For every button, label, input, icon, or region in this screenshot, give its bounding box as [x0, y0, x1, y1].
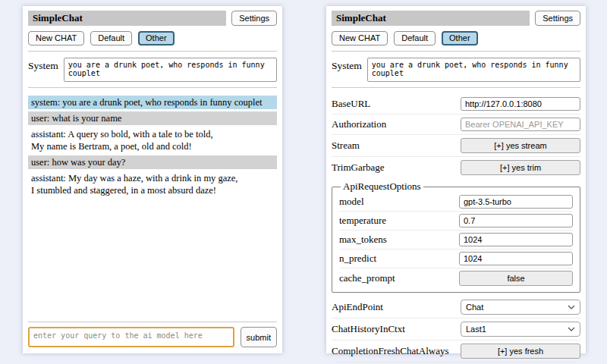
new-chat-button[interactable]: New CHAT [28, 31, 84, 46]
setting-row-n-predict: n_predict [339, 249, 573, 268]
settings-button[interactable]: Settings [231, 11, 277, 26]
model-input[interactable] [459, 195, 573, 209]
setting-label-stream: Stream [332, 140, 360, 152]
chat-message-user: user: how was your day? [28, 155, 277, 169]
setting-label-completion-fresh: CompletionFreshChatAlways [332, 345, 449, 357]
setting-row-trimgarbage: TrimGarbage [+] yes trim [332, 157, 580, 178]
setting-row-stream: Stream [+] yes stream [332, 135, 580, 157]
divider [332, 51, 580, 52]
system-prompt-row: System you are a drunk poet, who respond… [28, 58, 277, 82]
setting-label-chat-history: ChatHistoryInCtxt [332, 323, 405, 335]
divider [332, 87, 580, 88]
session-tab-other[interactable]: Other [442, 31, 478, 46]
settings-form: BaseURL Authorization Stream [+] yes str… [332, 94, 580, 364]
setting-label-max-tokens: max_tokens [339, 234, 387, 246]
chat-message-system: system: you are a drunk poet, who respon… [28, 96, 277, 109]
setting-label-n-predict: n_predict [339, 253, 376, 265]
session-tab-default[interactable]: Default [394, 31, 436, 46]
cache-prompt-toggle-button[interactable]: false [459, 271, 573, 286]
chat-message-user: user: what is your name [28, 111, 277, 125]
app-title: SimpleChat [332, 11, 530, 26]
header: SimpleChat Settings [28, 11, 277, 26]
system-prompt-label: System [28, 58, 58, 72]
query-row: submit [28, 327, 277, 347]
header: SimpleChat Settings [332, 11, 580, 26]
setting-row-temperature: temperature [339, 212, 573, 231]
chat-history-select[interactable]: Last1 [461, 322, 580, 337]
max-tokens-input[interactable] [459, 233, 573, 246]
setting-row-baseurl: BaseURL [332, 94, 580, 115]
stream-toggle-button[interactable]: [+] yes stream [461, 138, 580, 153]
completion-fresh-toggle-button[interactable]: [+] yes fresh [461, 344, 580, 359]
setting-row-authorization: Authorization [332, 115, 580, 135]
system-prompt-input[interactable]: you are a drunk poet, who responds in fu… [64, 58, 277, 82]
system-prompt-input[interactable]: you are a drunk poet, who responds in fu… [367, 58, 580, 82]
chat-message-list: system: you are a drunk poet, who respon… [28, 96, 277, 197]
chat-panel: SimpleChat Settings New CHAT Default Oth… [23, 6, 282, 353]
app-title: SimpleChat [28, 11, 226, 26]
n-predict-input[interactable] [459, 252, 573, 265]
session-tab-default[interactable]: Default [90, 31, 132, 46]
chevron-down-icon [568, 327, 575, 331]
setting-label-cache-prompt: cache_prompt [339, 272, 395, 284]
divider [28, 51, 277, 52]
settings-button[interactable]: Settings [535, 11, 580, 26]
chevron-down-icon [568, 305, 575, 309]
api-request-options-fieldset: ApiRequestOptions model temperature max_… [332, 180, 580, 293]
setting-row-api-endpoint: ApiEndPoint Chat [332, 297, 580, 318]
new-chat-button[interactable]: New CHAT [332, 31, 388, 46]
temperature-input[interactable] [459, 214, 573, 228]
chat-message-assistant: assistant: My day was a haze, with a dri… [28, 171, 277, 197]
setting-label-trimgarbage: TrimGarbage [332, 162, 385, 174]
spacer [28, 197, 277, 316]
baseurl-input[interactable] [461, 97, 580, 111]
chat-history-selected-value: Last1 [466, 324, 486, 334]
trimgarbage-toggle-button[interactable]: [+] yes trim [461, 160, 580, 175]
setting-row-cache-prompt: cache_prompt false [339, 268, 573, 288]
divider [28, 87, 277, 88]
page: SimpleChat Settings New CHAT Default Oth… [0, 0, 607, 353]
chat-message-assistant: assistant: A query so bold, with a tale … [28, 127, 277, 153]
session-tab-other[interactable]: Other [138, 31, 175, 46]
system-prompt-label: System [332, 58, 362, 72]
api-request-options-legend: ApiRequestOptions [341, 180, 423, 193]
setting-row-completion-fresh: CompletionFreshChatAlways [+] yes fresh [332, 340, 580, 362]
api-endpoint-selected-value: Chat [466, 302, 483, 312]
system-prompt-row: System you are a drunk poet, who respond… [332, 58, 580, 82]
setting-row-chat-history: ChatHistoryInCtxt Last1 [332, 318, 580, 340]
settings-panel: SimpleChat Settings New CHAT Default Oth… [326, 6, 586, 353]
setting-label-api-endpoint: ApiEndPoint [332, 301, 383, 313]
setting-label-authorization: Authorization [332, 118, 386, 130]
setting-label-baseurl: BaseURL [332, 98, 370, 110]
api-endpoint-select[interactable]: Chat [461, 300, 580, 315]
submit-button[interactable]: submit [241, 327, 277, 347]
session-toolbar: New CHAT Default Other [332, 31, 580, 46]
divider [28, 322, 277, 322]
query-input[interactable] [28, 327, 234, 347]
setting-row-max-tokens: max_tokens [339, 231, 573, 249]
setting-label-temperature: temperature [339, 215, 386, 227]
authorization-input[interactable] [461, 118, 580, 131]
setting-label-model: model [339, 196, 364, 208]
setting-row-model: model [339, 193, 573, 212]
session-toolbar: New CHAT Default Other [28, 31, 277, 46]
